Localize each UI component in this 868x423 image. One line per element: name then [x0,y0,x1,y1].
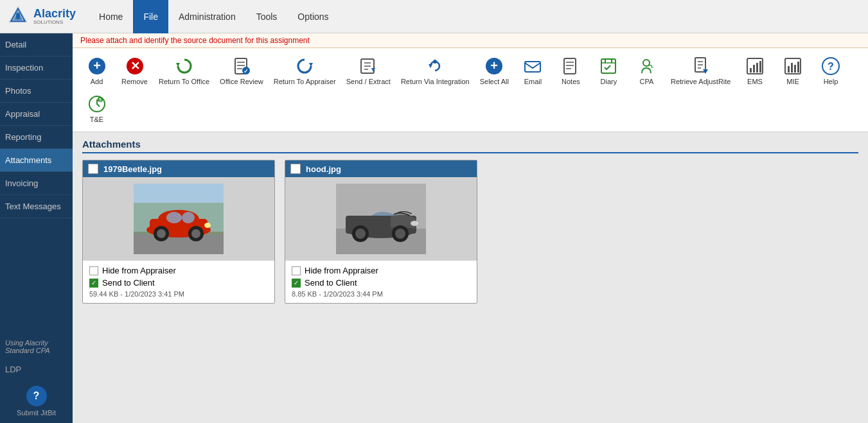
svg-point-47 [182,212,195,223]
svg-rect-19 [525,62,540,72]
hide-appraiser-checkbox-1[interactable] [89,266,98,275]
nav-administration[interactable]: Administration [168,0,246,33]
svg-text:+: + [93,58,101,73]
sidebar-item-invoicing[interactable]: Invoicing [0,172,73,195]
sidebar-item-detail[interactable]: Detail [0,33,73,56]
office-review-icon: ✓ [231,56,252,76]
svg-rect-31 [788,66,790,73]
email-label: Email [524,78,542,86]
hide-appraiser-label-1: Hide from Appraiser [102,266,176,275]
toolbar-diary-button[interactable]: Diary [591,53,626,89]
car-image-2 [336,184,426,254]
hide-appraiser-row-2: Hide from Appraiser [292,266,470,275]
email-icon [522,56,543,76]
sidebar-item-text-messages[interactable]: Text Messages [0,195,73,218]
retrieve-adjustrite-icon [691,56,711,76]
help-icon: ? [820,56,841,76]
warning-message: Please attach and identify the source do… [80,36,310,45]
logo-text: Alacrity [33,7,76,20]
sidebar-item-appraisal[interactable]: Appraisal [0,103,73,126]
svg-rect-29 [759,61,761,73]
send-client-row-2: ✓ Send to Client [292,278,470,288]
return-office-label: Return To Office [159,78,209,86]
card-meta-2: 8.85 KB - 1/20/2023 3:44 PM [292,290,470,298]
attachment-card-1: 1979Beetle.jpg [82,160,275,304]
sidebar: Detail Inspection Photos Appraisal Repor… [0,33,73,423]
svg-rect-33 [794,65,796,73]
card-footer-1: Hide from Appraiser ✓ Send to Client 59.… [83,261,274,303]
return-appraiser-label: Return To Appraiser [274,78,336,86]
te-icon: 5 [87,94,107,114]
card-image-area-1 [83,177,274,261]
toolbar-cpa-button[interactable]: CPA [629,53,664,89]
toolbar-notes-button[interactable]: Notes [553,53,589,89]
svg-point-61 [411,221,418,226]
toolbar-email-button[interactable]: Email [515,53,551,89]
toolbar-help-button[interactable]: ? Help [813,53,848,89]
send-client-checkbox-2[interactable]: ✓ [292,279,301,288]
ems-label: EMS [747,78,763,86]
card-filename-1: 1979Beetle.jpg [103,164,162,174]
toolbar-row-1: + Add ✕ Remove Return To Office [79,53,862,89]
cpa-icon [636,56,657,76]
toolbar-return-office-button[interactable]: Return To Office [155,53,213,89]
card-checkbox-2[interactable] [290,164,301,174]
sidebar-ldp[interactable]: LDP [0,359,73,379]
add-icon: + [87,56,107,76]
sidebar-link-cpa[interactable]: Using Alacrity Standard CPA [0,334,73,359]
nav-file[interactable]: File [133,0,168,33]
svg-text:✕: ✕ [130,60,139,73]
nav-tools[interactable]: Tools [246,0,288,33]
toolbar-ems-button[interactable]: EMS [737,53,772,89]
mie-label: MIE [786,78,799,86]
add-label: Add [91,78,103,86]
toolbar-return-appraiser-button[interactable]: Return To Appraiser [270,53,340,89]
svg-text:+: + [490,58,498,73]
diary-icon [598,56,619,76]
card-checkbox-1[interactable] [88,164,98,174]
sidebar-item-photos[interactable]: Photos [0,80,73,103]
layout: Detail Inspection Photos Appraisal Repor… [0,33,868,423]
toolbar-remove-button[interactable]: ✕ Remove [117,53,152,89]
toolbar-return-integration-button[interactable]: Return Via Integration [397,53,474,89]
hide-appraiser-checkbox-2[interactable] [292,266,301,275]
svg-point-49 [157,229,166,238]
sidebar-item-reporting[interactable]: Reporting [0,126,73,149]
logo: Alacrity SOLUTIONS [6,5,76,28]
select-all-icon: + [484,56,504,76]
toolbar-te-button[interactable]: 5 T&E [79,91,114,126]
toolbar-add-button[interactable]: + Add [79,53,114,89]
card-header-1: 1979Beetle.jpg [83,160,274,177]
attachment-card-2: hood.jpg [285,160,477,304]
alacrity-logo-icon [6,5,30,28]
nav-options[interactable]: Options [287,0,339,33]
help-label: Help [824,78,838,86]
main-content: Please attach and identify the source do… [73,33,868,423]
toolbar-select-all-button[interactable]: + Select All [476,53,513,89]
sidebar-help-button[interactable]: ? [26,386,47,406]
toolbar-office-review-button[interactable]: ✓ Office Review [216,53,267,89]
svg-rect-27 [753,65,755,73]
top-nav: Alacrity SOLUTIONS Home File Administrat… [0,0,868,33]
toolbar-send-extract-button[interactable]: Send / Extract [342,53,394,89]
send-client-checkbox-1[interactable]: ✓ [89,279,98,288]
card-filename-2: hood.jpg [306,164,341,174]
svg-point-52 [204,223,211,228]
nav-home[interactable]: Home [89,0,133,33]
card-footer-2: Hide from Appraiser ✓ Send to Client 8.8… [285,261,477,303]
svg-point-51 [191,229,200,238]
toolbar-retrieve-adjustrite-button[interactable]: Retrieve AdjustRite [667,53,735,89]
svg-rect-3 [16,13,19,19]
sidebar-item-inspection[interactable]: Inspection [0,56,73,80]
toolbar-mie-button[interactable]: MIE [775,53,810,89]
return-integration-label: Return Via Integration [401,78,470,86]
select-all-label: Select All [480,78,509,86]
svg-text:5: 5 [99,98,102,102]
return-integration-icon [425,56,445,76]
toolbar: + Add ✕ Remove Return To Office [73,48,868,132]
svg-rect-28 [756,63,758,73]
svg-text:?: ? [828,61,834,72]
sidebar-item-attachments[interactable]: Attachments [0,149,73,172]
send-client-row-1: ✓ Send to Client [89,278,268,288]
hide-appraiser-label-2: Hide from Appraiser [305,266,378,275]
